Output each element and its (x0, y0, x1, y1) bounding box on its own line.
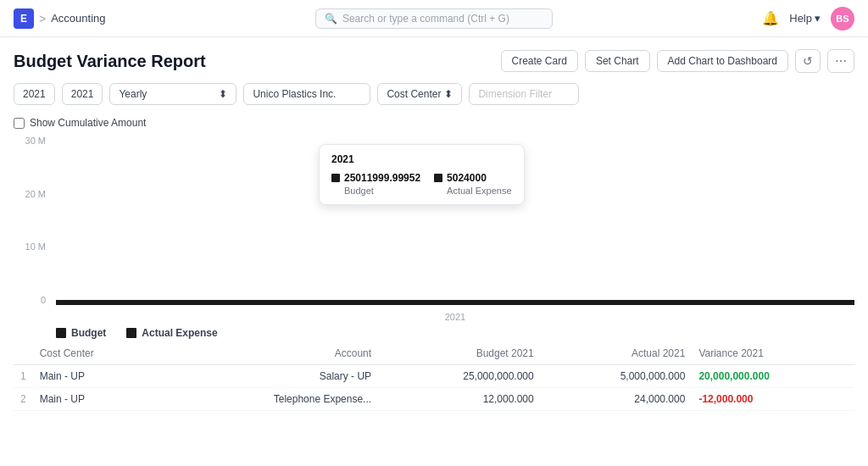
baseline-bar (56, 300, 854, 305)
col-budget: Budget 2021 (378, 342, 541, 365)
x-axis: 2021 (56, 312, 854, 322)
col-cost-center: Cost Center (33, 342, 164, 365)
set-chart-button[interactable]: Set Chart (585, 50, 650, 72)
tooltip-items: 25011999.99952 Budget 5024000 Actual Exp… (331, 172, 512, 196)
topnav-center: 🔍 Search or type a command (Ctrl + G) (106, 8, 763, 29)
tooltip-actual-item: 5024000 Actual Expense (434, 172, 511, 196)
row-account: Telephone Expense... (164, 388, 378, 411)
tooltip-budget-value: 25011999.99952 (344, 172, 420, 184)
chevron-down-icon: ▾ (815, 12, 821, 25)
period-value: Yearly (119, 88, 147, 100)
col-account: Account (164, 342, 378, 365)
search-icon: 🔍 (325, 13, 337, 25)
dimension-value: Cost Center (387, 88, 441, 100)
chart-container: 30 M 20 M 10 M 0 2021 2021 (0, 136, 868, 322)
cumulative-label: Show Cumulative Amount (30, 117, 146, 129)
chart-legend: Budget Actual Expense (0, 322, 868, 342)
col-actual: Actual 2021 (541, 342, 693, 365)
table-header: Cost Center Account Budget 2021 Actual 2… (14, 342, 854, 365)
topnav-right: 🔔 Help ▾ BS (762, 7, 854, 31)
y-label-10m: 10 M (25, 241, 46, 252)
filters-row: 2021 2021 Yearly ⬍ Unico Plastics Inc. C… (0, 83, 868, 114)
y-axis: 30 M 20 M 10 M 0 (14, 136, 46, 305)
legend-budget: Budget (56, 327, 106, 339)
table-row: 2 Main - UP Telephone Expense... 12,000.… (14, 388, 854, 411)
year2-value: 2021 (71, 88, 94, 100)
period-filter[interactable]: Yearly ⬍ (109, 83, 236, 105)
tooltip-year: 2021 (331, 153, 512, 165)
tooltip-actual-label: Actual Expense (434, 186, 511, 196)
table-body: 1 Main - UP Salary - UP 25,000,000.000 5… (14, 365, 854, 411)
header-actions: Create Card Set Chart Add Chart to Dashb… (501, 49, 855, 73)
year2-filter[interactable]: 2021 (62, 83, 103, 105)
breadcrumb-separator: > (39, 12, 46, 25)
topnav-left: E > Accounting (14, 8, 106, 29)
cumulative-checkbox[interactable] (14, 118, 25, 129)
tooltip-budget-label: Budget (331, 186, 420, 196)
search-placeholder: Search or type a command (Ctrl + G) (342, 13, 509, 25)
row-budget: 12,000.000 (378, 388, 541, 411)
col-num (14, 342, 33, 365)
table-row: 1 Main - UP Salary - UP 25,000,000.000 5… (14, 365, 854, 388)
y-label-20m: 20 M (25, 189, 46, 199)
legend-actual-box (126, 328, 136, 338)
legend-actual: Actual Expense (126, 327, 217, 339)
row-number: 2 (14, 388, 33, 411)
notification-icon[interactable]: 🔔 (762, 10, 779, 26)
y-label-0: 0 (41, 295, 46, 305)
app-icon[interactable]: E (14, 8, 34, 29)
page-title: Budget Variance Report (14, 52, 206, 71)
row-cost-center: Main - UP (33, 365, 164, 388)
legend-actual-label: Actual Expense (142, 327, 217, 339)
create-card-button[interactable]: Create Card (501, 50, 578, 72)
legend-budget-box (56, 328, 66, 338)
year1-value: 2021 (23, 88, 46, 100)
search-box[interactable]: 🔍 Search or type a command (Ctrl + G) (315, 8, 553, 29)
page-header: Budget Variance Report Create Card Set C… (0, 37, 868, 83)
x-label-2021: 2021 (445, 312, 465, 322)
dimension-chevron-icon: ⬍ (444, 88, 453, 100)
tooltip-budget-item: 25011999.99952 Budget (331, 172, 420, 196)
row-variance: -12,000.000 (692, 388, 854, 411)
help-button[interactable]: Help ▾ (789, 12, 821, 25)
year1-filter[interactable]: 2021 (14, 83, 55, 105)
chart-inner: 30 M 20 M 10 M 0 2021 2021 (14, 136, 854, 322)
tooltip-actual-dot (434, 174, 442, 182)
period-chevron-icon: ⬍ (219, 88, 227, 100)
table-area: Cost Center Account Budget 2021 Actual 2… (0, 342, 868, 411)
dimension-filter[interactable]: Cost Center ⬍ (377, 83, 462, 105)
budget-variance-table: Cost Center Account Budget 2021 Actual 2… (14, 342, 854, 411)
y-label-30m: 30 M (25, 136, 46, 146)
topnav: E > Accounting 🔍 Search or type a comman… (0, 0, 868, 37)
cumulative-checkbox-row: Show Cumulative Amount (0, 114, 868, 136)
table-header-row: Cost Center Account Budget 2021 Actual 2… (14, 342, 854, 365)
row-variance: 20,000,000.000 (692, 365, 854, 388)
dimension-filter-placeholder: Dimension Filter (478, 88, 552, 100)
legend-budget-label: Budget (71, 327, 106, 339)
tooltip-actual-value: 5024000 (447, 172, 487, 184)
refresh-button[interactable]: ↺ (795, 49, 821, 73)
breadcrumb: Accounting (51, 12, 105, 25)
row-budget: 25,000,000.000 (378, 365, 541, 388)
tooltip-budget-dot (331, 174, 340, 182)
row-account: Salary - UP (164, 365, 378, 388)
company-value: Unico Plastics Inc. (253, 88, 336, 100)
company-filter[interactable]: Unico Plastics Inc. (243, 83, 370, 105)
row-number: 1 (14, 365, 33, 388)
more-options-button[interactable]: ⋯ (827, 49, 854, 73)
help-label: Help (789, 12, 812, 25)
row-actual: 24,000.000 (541, 388, 693, 411)
dimension-filter-input[interactable]: Dimension Filter (469, 83, 579, 105)
row-cost-center: Main - UP (33, 388, 164, 411)
row-actual: 5,000,000.000 (541, 365, 693, 388)
col-variance: Variance 2021 (692, 342, 854, 365)
avatar[interactable]: BS (831, 7, 854, 31)
chart-tooltip: 2021 25011999.99952 Budget 5024000 Actua… (319, 144, 525, 205)
add-chart-dashboard-button[interactable]: Add Chart to Dashboard (657, 50, 788, 72)
